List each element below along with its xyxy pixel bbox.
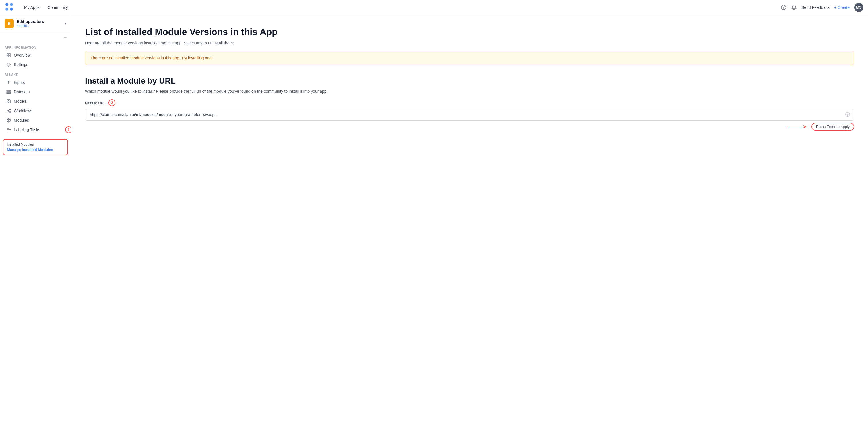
press-enter-area: Press Enter to apply	[85, 123, 854, 130]
sidebar-item-overview[interactable]: Overview	[2, 51, 69, 60]
page-subtitle: Here are all the module versions install…	[85, 41, 854, 46]
app-name: Edit-operators	[17, 19, 62, 24]
labeling-tasks-label: Labeling Tasks	[14, 127, 40, 132]
dropdown-chevron-icon: ▾	[65, 22, 66, 26]
no-modules-text: There are no installed module versions i…	[90, 56, 213, 60]
modules-label: Modules	[14, 118, 29, 123]
community-link[interactable]: Community	[44, 3, 71, 11]
svg-point-18	[10, 112, 11, 113]
sidebar-item-settings[interactable]: Settings	[2, 60, 69, 69]
svg-rect-12	[7, 92, 11, 93]
sidebar-item-models[interactable]: Models	[2, 97, 69, 106]
svg-point-0	[5, 3, 8, 6]
settings-icon	[6, 62, 11, 67]
svg-rect-8	[7, 55, 8, 57]
datasets-icon	[6, 90, 11, 94]
install-section-title: Install a Module by URL	[85, 77, 854, 86]
notification-icon[interactable]	[791, 5, 797, 10]
installed-modules-box: Installed Modules Manage Installed Modul…	[3, 139, 68, 155]
svg-point-17	[10, 109, 11, 110]
svg-rect-13	[7, 93, 11, 94]
overview-label: Overview	[14, 53, 30, 57]
inputs-icon	[6, 80, 11, 85]
svg-point-1	[10, 3, 13, 6]
svg-point-15	[8, 101, 9, 102]
topnav-right: Send Feedback + Create MS	[781, 3, 863, 12]
app-icon: E	[5, 19, 14, 28]
app-user: mohit01	[17, 24, 62, 28]
module-url-label: Module URL	[85, 101, 105, 105]
arrow-icon	[786, 125, 809, 129]
sidebar-item-workflows[interactable]: Workflows	[2, 106, 69, 115]
svg-point-2	[5, 8, 8, 11]
models-icon	[6, 99, 11, 103]
labeling-tasks-icon	[6, 127, 11, 132]
logo[interactable]	[5, 2, 14, 12]
module-url-input[interactable]	[85, 109, 854, 120]
sidebar-item-labeling-tasks[interactable]: Labeling Tasks 1	[2, 125, 69, 135]
page-title: List of Installed Module Versions in thi…	[85, 26, 854, 37]
svg-point-10	[8, 64, 9, 65]
sidebar: E Edit-operators mohit01 ▾ ← App Informa…	[0, 15, 71, 445]
app-information-section-label: App Information	[0, 42, 71, 50]
my-apps-link[interactable]: My Apps	[21, 3, 43, 11]
svg-rect-11	[7, 90, 11, 91]
workflows-icon	[6, 109, 11, 113]
datasets-label: Datasets	[14, 90, 30, 94]
app-info: Edit-operators mohit01	[17, 19, 62, 28]
no-modules-banner: There are no installed module versions i…	[85, 51, 854, 65]
installed-modules-label: Installed Modules	[7, 142, 64, 146]
models-label: Models	[14, 99, 27, 103]
send-feedback-link[interactable]: Send Feedback	[801, 5, 830, 10]
help-icon[interactable]	[781, 5, 786, 10]
modules-icon	[6, 118, 11, 123]
main-content: List of Installed Module Versions in thi…	[71, 15, 868, 445]
annotation-badge-1: 1	[65, 126, 71, 133]
topnav-links: My Apps Community	[21, 3, 774, 11]
create-button[interactable]: + Create	[834, 5, 849, 10]
topnav: My Apps Community Send Feedback + Create…	[0, 0, 868, 15]
ai-lake-section-label: AI Lake	[0, 69, 71, 78]
svg-point-16	[7, 111, 8, 111]
user-avatar[interactable]: MS	[854, 3, 863, 12]
settings-label: Settings	[14, 62, 28, 67]
collapse-sidebar-button[interactable]: ←	[0, 32, 71, 42]
svg-rect-9	[9, 55, 10, 57]
sidebar-item-modules[interactable]: Modules	[2, 116, 69, 125]
svg-rect-6	[7, 53, 8, 55]
press-enter-badge: Press Enter to apply	[811, 123, 854, 130]
svg-rect-7	[9, 53, 10, 55]
module-url-label-row: Module URL 2	[85, 99, 854, 106]
manage-installed-modules-link[interactable]: Manage Installed Modules	[7, 148, 64, 152]
workflows-label: Workflows	[14, 109, 32, 113]
svg-point-3	[10, 8, 13, 11]
install-section-desc: Which module would you like to install? …	[85, 89, 854, 94]
overview-icon	[6, 53, 11, 57]
inputs-label: Inputs	[14, 80, 25, 85]
sidebar-item-inputs[interactable]: Inputs	[2, 78, 69, 87]
layout: E Edit-operators mohit01 ▾ ← App Informa…	[0, 15, 868, 445]
input-info-icon[interactable]: ⓘ	[845, 112, 850, 118]
sidebar-item-datasets[interactable]: Datasets	[2, 87, 69, 96]
annotation-badge-2: 2	[108, 99, 115, 106]
sidebar-app-header[interactable]: E Edit-operators mohit01 ▾	[0, 15, 71, 32]
module-url-input-wrap: ⓘ	[85, 109, 854, 121]
